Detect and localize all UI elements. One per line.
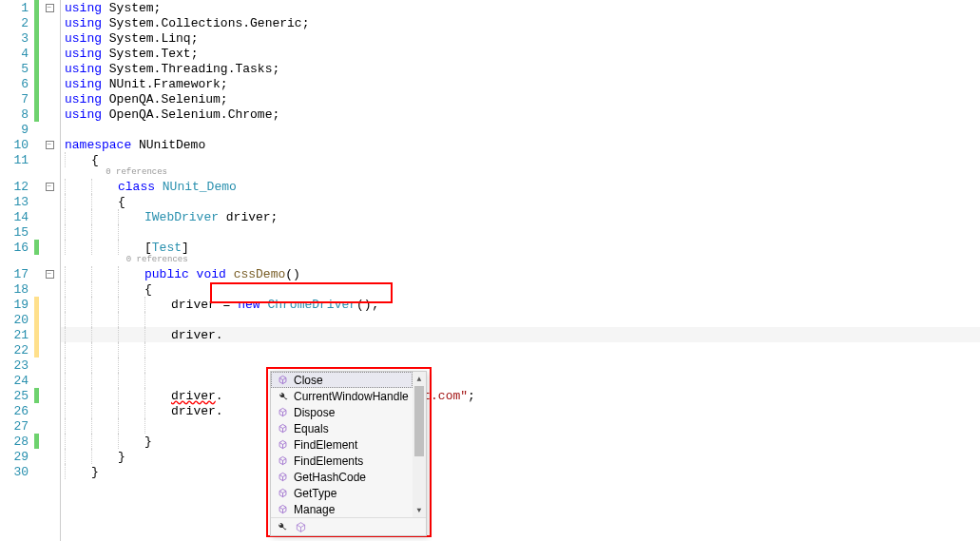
indent-guide bbox=[118, 266, 144, 281]
code-token: using bbox=[65, 62, 109, 76]
indent-guide bbox=[144, 403, 171, 418]
method-icon bbox=[275, 502, 290, 517]
code-line[interactable] bbox=[61, 373, 980, 388]
code-token: System.Linq; bbox=[109, 31, 199, 46]
code-line[interactable]: { bbox=[61, 281, 980, 297]
gutter-row: 14 bbox=[0, 209, 60, 224]
code-line[interactable]: driver. (); bbox=[61, 403, 980, 418]
code-line[interactable] bbox=[61, 122, 980, 137]
fold-toggle-icon[interactable]: − bbox=[46, 270, 54, 279]
code-line[interactable]: public void cssDemo() bbox=[61, 266, 980, 281]
scroll-down-button[interactable]: ▼ bbox=[413, 503, 426, 517]
method-icon bbox=[275, 437, 290, 453]
code-line[interactable]: class NUnit_Demo bbox=[61, 179, 980, 194]
intellisense-item[interactable]: FindElements bbox=[271, 453, 413, 469]
code-line[interactable]: IWebDriver driver; bbox=[61, 209, 980, 224]
indent-guide bbox=[65, 240, 91, 255]
change-marker bbox=[34, 224, 39, 240]
code-line[interactable]: driver. bbox=[61, 327, 980, 342]
code-token: OpenQA.Selenium.Chrome; bbox=[109, 107, 279, 122]
fold-toggle-icon[interactable]: − bbox=[46, 183, 54, 191]
intellisense-popup[interactable]: CloseCurrentWindowHandleDisposeEqualsFin… bbox=[270, 371, 427, 536]
change-marker bbox=[34, 312, 39, 327]
fold-toggle-icon[interactable]: − bbox=[46, 4, 54, 12]
intellisense-item[interactable]: Equals bbox=[271, 420, 413, 436]
fold-column[interactable]: − bbox=[39, 4, 60, 12]
scroll-track[interactable] bbox=[413, 386, 426, 503]
intellisense-item[interactable]: Dispose bbox=[271, 404, 413, 420]
code-editor: 1−2345678910−1112−1314151617−18192021222… bbox=[0, 0, 980, 541]
code-line[interactable]: using NUnit.Framework; bbox=[61, 76, 980, 91]
fold-toggle-icon[interactable]: − bbox=[46, 141, 54, 149]
line-number: 28 bbox=[0, 435, 34, 449]
indent-guide bbox=[91, 327, 118, 342]
code-line[interactable] bbox=[61, 357, 980, 373]
intellisense-item[interactable]: CurrentWindowHandle bbox=[271, 388, 413, 404]
codelens-references[interactable]: 0 references bbox=[61, 255, 980, 266]
gutter-row: 18 bbox=[0, 281, 60, 297]
indent-guide bbox=[144, 297, 171, 312]
code-token: { bbox=[144, 282, 152, 297]
change-marker bbox=[34, 327, 39, 342]
code-line[interactable]: using OpenQA.Selenium; bbox=[61, 91, 980, 106]
fold-column[interactable]: − bbox=[39, 141, 60, 149]
intellisense-item[interactable]: Manage bbox=[271, 501, 413, 517]
code-area[interactable]: using System;using System.Collections.Ge… bbox=[61, 0, 980, 541]
code-line[interactable] bbox=[61, 224, 980, 240]
code-line[interactable] bbox=[61, 342, 980, 357]
code-line[interactable]: using System.Collections.Generic; bbox=[61, 15, 980, 30]
scroll-up-button[interactable]: ▲ bbox=[413, 372, 426, 386]
gutter-row: 27 bbox=[0, 418, 60, 434]
indent-guide bbox=[91, 434, 118, 449]
indent-guide bbox=[118, 342, 144, 357]
change-marker bbox=[34, 281, 39, 297]
code-line[interactable] bbox=[61, 312, 980, 327]
code-line[interactable]: driver = new ChromeDriver(); bbox=[61, 297, 980, 312]
intellisense-item[interactable]: GetType bbox=[271, 485, 413, 501]
gutter-row: 28 bbox=[0, 434, 60, 449]
code-line[interactable]: [Test] bbox=[61, 240, 980, 255]
change-marker bbox=[34, 418, 39, 434]
indent-guide bbox=[118, 224, 144, 240]
intellisense-item[interactable]: Close bbox=[271, 372, 413, 388]
code-line[interactable] bbox=[61, 418, 980, 434]
code-line[interactable]: } bbox=[61, 449, 980, 464]
gutter-row: 29 bbox=[0, 449, 60, 464]
code-line[interactable]: using System.Linq; bbox=[61, 30, 980, 46]
intellisense-item[interactable]: FindElement bbox=[271, 436, 413, 453]
line-number: 26 bbox=[0, 404, 34, 418]
fold-column[interactable]: − bbox=[39, 183, 60, 191]
code-token: IWebDriver bbox=[144, 210, 219, 224]
code-line[interactable]: { bbox=[61, 152, 980, 167]
line-number: 9 bbox=[0, 123, 34, 137]
code-line[interactable]: using System.Threading.Tasks; bbox=[61, 61, 980, 76]
wrench-icon[interactable] bbox=[275, 520, 288, 533]
code-line[interactable]: { bbox=[61, 194, 980, 209]
fold-column[interactable]: − bbox=[39, 270, 60, 279]
codelens-references[interactable]: 0 references bbox=[61, 167, 980, 179]
code-line[interactable]: using OpenQA.Selenium.Chrome; bbox=[61, 106, 980, 122]
intellisense-item[interactable]: GetHashCode bbox=[271, 469, 413, 485]
scroll-thumb[interactable] bbox=[414, 386, 424, 456]
code-line[interactable]: } bbox=[61, 434, 980, 449]
code-line[interactable]: driver. latest.com"; bbox=[61, 388, 980, 403]
cube-icon[interactable] bbox=[294, 520, 307, 533]
code-line[interactable]: using System; bbox=[61, 0, 980, 15]
gutter-row: 9 bbox=[0, 122, 60, 137]
code-token: driver. bbox=[171, 328, 223, 342]
code-line[interactable]: using System.Text; bbox=[61, 46, 980, 61]
code-token: System.Threading.Tasks; bbox=[109, 62, 279, 76]
change-marker bbox=[34, 46, 39, 61]
indent-guide bbox=[91, 449, 118, 464]
indent-guide bbox=[65, 464, 91, 479]
change-marker bbox=[34, 403, 39, 418]
code-line[interactable]: } bbox=[61, 464, 980, 479]
intellisense-scrollbar[interactable]: ▲ ▼ bbox=[413, 372, 426, 517]
gutter-row: 15 bbox=[0, 224, 60, 240]
code-line[interactable]: namespace NUnitDemo bbox=[61, 137, 980, 152]
line-number: 10 bbox=[0, 138, 34, 152]
change-marker bbox=[34, 61, 39, 76]
change-marker bbox=[34, 297, 39, 312]
change-marker bbox=[34, 152, 39, 167]
change-marker bbox=[34, 167, 39, 179]
